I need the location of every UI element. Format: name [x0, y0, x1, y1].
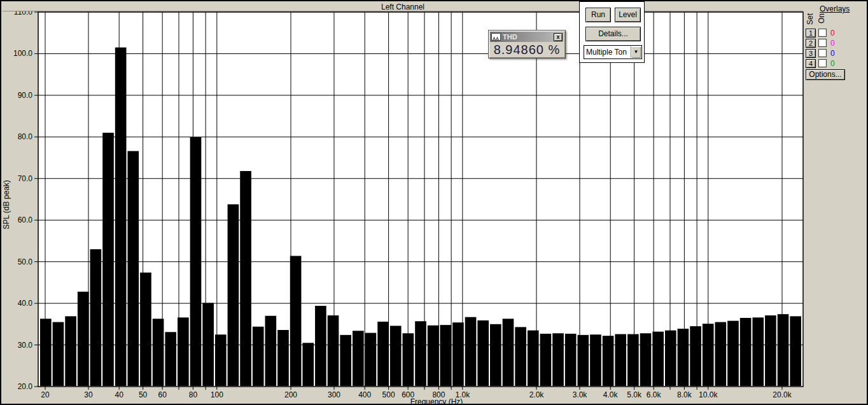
- spectrum-bar: [165, 332, 176, 386]
- waveform-icon: [491, 33, 501, 41]
- spectrum-bar: [515, 327, 526, 386]
- spectrum-bar: [652, 332, 664, 386]
- spectrum-bar: [590, 334, 601, 386]
- spectrum-bar: [690, 326, 701, 386]
- close-icon[interactable]: x: [554, 33, 563, 41]
- x-tick-label: 20: [41, 390, 50, 399]
- x-tick-label: 60: [158, 390, 167, 399]
- spectrum-bar: [615, 334, 626, 386]
- x-tick-label: 6.0k: [647, 390, 662, 399]
- x-tick-label: 30: [84, 390, 93, 399]
- spectrum-bar: [178, 317, 189, 386]
- spectrum-bar: [240, 171, 251, 386]
- overlay-set-button-1[interactable]: 1: [806, 29, 816, 38]
- spectrum-bar: [78, 292, 89, 386]
- overlays-panel: Overlays Set On 1 0 2 0 3 0 4 0 Options.…: [804, 3, 868, 405]
- x-tick-label: 100: [211, 390, 223, 399]
- spectrum-bar: [477, 320, 489, 386]
- tone-mode-select[interactable]: Multiple Ton ▼: [584, 45, 642, 59]
- options-button[interactable]: Options...: [806, 69, 845, 80]
- spectrum-bar: [640, 333, 652, 386]
- overlays-on-column-label: On: [817, 13, 826, 24]
- overlay-on-checkbox-1[interactable]: [818, 29, 827, 37]
- overlay-count-1: 0: [830, 29, 835, 38]
- spectrum-bar: [302, 343, 314, 386]
- spectrum-bar: [40, 319, 52, 386]
- spectrum-bar: [778, 314, 789, 386]
- thd-window: THD x 8.94860 %: [488, 30, 566, 58]
- spectrum-bar: [503, 319, 514, 386]
- overlay-on-checkbox-4[interactable]: [818, 59, 827, 67]
- overlay-set-button-4[interactable]: 4: [806, 59, 816, 68]
- x-tick-label: 20.0k: [773, 390, 792, 399]
- overlay-set-button-3[interactable]: 3: [806, 49, 816, 58]
- spectrum-bar: [577, 335, 589, 386]
- y-tick-label: 80.0: [18, 132, 33, 141]
- y-tick-label: 30.0: [18, 341, 33, 350]
- spectrum-bar: [377, 322, 389, 386]
- spectrum-bar: [703, 324, 714, 386]
- spectrum-bar: [678, 329, 689, 386]
- overlay-on-checkbox-3[interactable]: [818, 49, 827, 57]
- spectrum-bar: [140, 273, 151, 386]
- overlay-count-4: 0: [830, 59, 835, 68]
- spectrum-bar: [727, 321, 739, 386]
- spectrum-bar: [603, 336, 614, 386]
- overlay-count-2: 0: [830, 39, 835, 48]
- spectrum-bar: [190, 137, 202, 386]
- spectrum-bar: [490, 324, 501, 386]
- x-tick-label: 8.0k: [677, 390, 692, 399]
- spectrum-bar: [415, 321, 426, 386]
- y-tick-label: 90.0: [18, 91, 33, 100]
- tone-mode-value: Multiple Ton: [586, 48, 627, 57]
- x-tick-label: 2.0k: [529, 390, 545, 399]
- level-button[interactable]: Level: [615, 8, 641, 22]
- overlay-on-checkbox-2[interactable]: [818, 39, 827, 47]
- x-tick-label: 40: [115, 390, 124, 399]
- x-tick-label: 200: [284, 390, 297, 399]
- spectrum-bar: [428, 326, 439, 386]
- y-tick-label: 40.0: [18, 299, 33, 308]
- overlays-set-column-label: Set: [806, 13, 815, 25]
- spectrum-bar: [390, 326, 402, 386]
- y-tick-label: 100.0: [13, 49, 32, 58]
- overlays-heading: Overlays: [820, 4, 850, 13]
- spectrum-bar: [153, 319, 164, 386]
- spectrum-bar: [665, 331, 676, 386]
- x-tick-label: 3.0k: [573, 390, 588, 399]
- x-tick-label: 10.0k: [699, 390, 718, 399]
- spectrum-bar: [215, 334, 227, 386]
- y-tick-label: 20.0: [18, 382, 33, 391]
- rta-plot: 110.0100.090.080.070.060.050.040.030.020…: [1, 1, 868, 405]
- overlay-row-1: 1 0: [806, 28, 835, 38]
- spectrum-bar: [127, 151, 139, 386]
- x-tick-label: 50: [139, 390, 148, 399]
- spectrum-bar: [290, 256, 302, 386]
- spectrum-bar: [715, 322, 727, 386]
- chevron-down-icon[interactable]: ▼: [631, 46, 641, 58]
- spectrum-bar: [740, 318, 752, 386]
- controls-panel: Run Level Details... Multiple Ton ▼: [579, 1, 645, 63]
- spectrum-bar: [365, 333, 377, 386]
- spectrum-bar: [228, 204, 239, 386]
- y-tick-label: 50.0: [18, 257, 33, 266]
- details-button[interactable]: Details...: [585, 27, 641, 41]
- spectrum-bar: [528, 331, 539, 386]
- spectrum-bar: [265, 316, 277, 386]
- x-tick-label: 80: [189, 390, 198, 399]
- spectrum-bar: [277, 330, 289, 386]
- spectrum-bar: [340, 335, 351, 386]
- spectrum-bar: [253, 327, 264, 386]
- x-tick-label: 4.0k: [603, 390, 619, 399]
- spectrum-bar: [790, 316, 801, 386]
- run-button[interactable]: Run: [585, 8, 611, 22]
- spectrum-bar: [627, 334, 639, 386]
- chart-title-bar: Left Channel: [3, 3, 803, 11]
- spectrum-bar: [328, 315, 339, 386]
- thd-titlebar[interactable]: THD x: [490, 32, 564, 42]
- spectrum-bar: [765, 315, 776, 386]
- x-tick-label: 500: [382, 390, 395, 399]
- x-tick-label: 400: [358, 390, 371, 399]
- spectrum-bar: [465, 317, 477, 386]
- overlay-set-button-2[interactable]: 2: [806, 39, 816, 48]
